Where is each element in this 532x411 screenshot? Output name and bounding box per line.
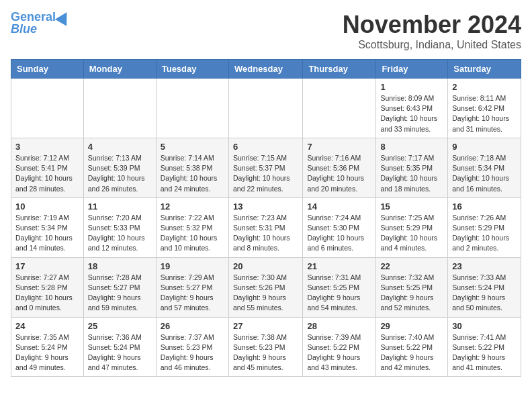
day-info: Sunrise: 7:36 AMSunset: 5:24 PMDaylight:… bbox=[88, 332, 152, 373]
calendar-header-row: SundayMondayTuesdayWednesdayThursdayFrid… bbox=[11, 60, 521, 79]
calendar-day-cell: 15Sunrise: 7:25 AMSunset: 5:29 PMDayligh… bbox=[376, 197, 448, 257]
day-number: 10 bbox=[15, 201, 79, 212]
day-number: 28 bbox=[307, 321, 371, 331]
day-number: 26 bbox=[161, 321, 224, 331]
day-info: Sunrise: 7:15 AMSunset: 5:37 PMDaylight:… bbox=[233, 153, 298, 194]
day-number: 1 bbox=[380, 82, 443, 92]
calendar-day-cell: 10Sunrise: 7:19 AMSunset: 5:34 PMDayligh… bbox=[11, 197, 84, 257]
calendar-week-row: 1Sunrise: 8:09 AMSunset: 6:43 PMDaylight… bbox=[11, 79, 521, 138]
calendar-day-cell: 26Sunrise: 7:37 AMSunset: 5:23 PMDayligh… bbox=[156, 317, 228, 377]
weekday-header: Tuesday bbox=[156, 60, 228, 79]
logo: General Blue bbox=[11, 11, 71, 36]
day-number: 21 bbox=[307, 261, 371, 271]
day-info: Sunrise: 7:39 AMSunset: 5:22 PMDaylight:… bbox=[307, 332, 371, 373]
day-info: Sunrise: 7:37 AMSunset: 5:23 PMDaylight:… bbox=[161, 332, 224, 373]
day-info: Sunrise: 7:35 AMSunset: 5:24 PMDaylight:… bbox=[15, 332, 79, 373]
day-info: Sunrise: 7:31 AMSunset: 5:25 PMDaylight:… bbox=[307, 273, 371, 314]
day-info: Sunrise: 7:17 AMSunset: 5:35 PMDaylight:… bbox=[380, 153, 443, 194]
calendar-week-row: 24Sunrise: 7:35 AMSunset: 5:24 PMDayligh… bbox=[11, 317, 521, 377]
calendar-table: SundayMondayTuesdayWednesdayThursdayFrid… bbox=[11, 59, 521, 377]
day-info: Sunrise: 7:27 AMSunset: 5:28 PMDaylight:… bbox=[15, 273, 79, 314]
day-number: 5 bbox=[161, 142, 224, 152]
page-header: General Blue November 2024 Scottsburg, I… bbox=[11, 11, 521, 51]
calendar-day-cell: 30Sunrise: 7:41 AMSunset: 5:22 PMDayligh… bbox=[448, 317, 521, 377]
day-info: Sunrise: 7:38 AMSunset: 5:23 PMDaylight:… bbox=[233, 332, 298, 373]
calendar-day-cell bbox=[83, 79, 156, 138]
day-number: 4 bbox=[88, 142, 152, 152]
calendar-day-cell: 17Sunrise: 7:27 AMSunset: 5:28 PMDayligh… bbox=[11, 257, 84, 317]
day-number: 30 bbox=[452, 321, 517, 331]
weekday-header: Saturday bbox=[448, 60, 521, 79]
day-info: Sunrise: 7:40 AMSunset: 5:22 PMDaylight:… bbox=[380, 332, 443, 373]
day-number: 29 bbox=[380, 321, 443, 331]
day-number: 25 bbox=[88, 321, 152, 331]
calendar-day-cell: 1Sunrise: 8:09 AMSunset: 6:43 PMDaylight… bbox=[376, 79, 448, 138]
day-info: Sunrise: 8:09 AMSunset: 6:43 PMDaylight:… bbox=[380, 93, 443, 134]
day-number: 27 bbox=[233, 321, 298, 331]
day-info: Sunrise: 7:23 AMSunset: 5:31 PMDaylight:… bbox=[233, 213, 298, 254]
calendar-day-cell: 24Sunrise: 7:35 AMSunset: 5:24 PMDayligh… bbox=[11, 317, 84, 377]
day-info: Sunrise: 7:19 AMSunset: 5:34 PMDaylight:… bbox=[15, 213, 79, 254]
weekday-header: Wednesday bbox=[228, 60, 302, 79]
day-number: 23 bbox=[452, 261, 517, 271]
calendar-day-cell: 22Sunrise: 7:32 AMSunset: 5:25 PMDayligh… bbox=[376, 257, 448, 317]
day-info: Sunrise: 7:24 AMSunset: 5:30 PMDaylight:… bbox=[307, 213, 371, 254]
calendar-day-cell: 20Sunrise: 7:30 AMSunset: 5:26 PMDayligh… bbox=[228, 257, 302, 317]
day-number: 7 bbox=[307, 142, 371, 152]
calendar-week-row: 17Sunrise: 7:27 AMSunset: 5:28 PMDayligh… bbox=[11, 257, 521, 317]
calendar-day-cell: 28Sunrise: 7:39 AMSunset: 5:22 PMDayligh… bbox=[303, 317, 376, 377]
calendar-day-cell: 7Sunrise: 7:16 AMSunset: 5:36 PMDaylight… bbox=[303, 138, 376, 197]
calendar-day-cell: 8Sunrise: 7:17 AMSunset: 5:35 PMDaylight… bbox=[376, 138, 448, 197]
day-info: Sunrise: 7:30 AMSunset: 5:26 PMDaylight:… bbox=[233, 273, 298, 314]
day-number: 13 bbox=[233, 201, 298, 212]
calendar-day-cell: 9Sunrise: 7:18 AMSunset: 5:34 PMDaylight… bbox=[448, 138, 521, 197]
calendar-day-cell bbox=[228, 79, 302, 138]
day-number: 20 bbox=[233, 261, 298, 271]
calendar-day-cell: 2Sunrise: 8:11 AMSunset: 6:42 PMDaylight… bbox=[448, 79, 521, 138]
day-info: Sunrise: 7:25 AMSunset: 5:29 PMDaylight:… bbox=[380, 213, 443, 254]
day-info: Sunrise: 8:11 AMSunset: 6:42 PMDaylight:… bbox=[452, 93, 517, 134]
logo-general: General bbox=[11, 10, 56, 24]
day-number: 18 bbox=[88, 261, 152, 271]
calendar-subtitle: Scottsburg, Indiana, United States bbox=[343, 39, 521, 51]
logo-triangle-icon bbox=[55, 9, 73, 26]
calendar-day-cell: 5Sunrise: 7:14 AMSunset: 5:38 PMDaylight… bbox=[156, 138, 228, 197]
calendar-day-cell bbox=[156, 79, 228, 138]
calendar-day-cell: 6Sunrise: 7:15 AMSunset: 5:37 PMDaylight… bbox=[228, 138, 302, 197]
day-info: Sunrise: 7:26 AMSunset: 5:29 PMDaylight:… bbox=[452, 213, 517, 254]
day-number: 24 bbox=[15, 321, 79, 331]
calendar-day-cell bbox=[11, 79, 84, 138]
weekday-header: Monday bbox=[83, 60, 156, 79]
day-number: 11 bbox=[88, 201, 152, 212]
calendar-day-cell: 12Sunrise: 7:22 AMSunset: 5:32 PMDayligh… bbox=[156, 197, 228, 257]
logo-blue: Blue bbox=[11, 23, 37, 36]
day-info: Sunrise: 7:14 AMSunset: 5:38 PMDaylight:… bbox=[161, 153, 224, 194]
day-number: 15 bbox=[380, 201, 443, 212]
day-number: 8 bbox=[380, 142, 443, 152]
title-block: November 2024 Scottsburg, Indiana, Unite… bbox=[343, 11, 521, 51]
calendar-day-cell: 27Sunrise: 7:38 AMSunset: 5:23 PMDayligh… bbox=[228, 317, 302, 377]
calendar-day-cell: 4Sunrise: 7:13 AMSunset: 5:39 PMDaylight… bbox=[83, 138, 156, 197]
weekday-header: Thursday bbox=[303, 60, 376, 79]
calendar-day-cell: 19Sunrise: 7:29 AMSunset: 5:27 PMDayligh… bbox=[156, 257, 228, 317]
day-info: Sunrise: 7:28 AMSunset: 5:27 PMDaylight:… bbox=[88, 273, 152, 314]
day-number: 16 bbox=[452, 201, 517, 212]
day-number: 22 bbox=[380, 261, 443, 271]
day-info: Sunrise: 7:18 AMSunset: 5:34 PMDaylight:… bbox=[452, 153, 517, 194]
calendar-day-cell: 16Sunrise: 7:26 AMSunset: 5:29 PMDayligh… bbox=[448, 197, 521, 257]
calendar-day-cell: 18Sunrise: 7:28 AMSunset: 5:27 PMDayligh… bbox=[83, 257, 156, 317]
day-info: Sunrise: 7:22 AMSunset: 5:32 PMDaylight:… bbox=[161, 213, 224, 254]
day-number: 19 bbox=[161, 261, 224, 271]
day-number: 3 bbox=[15, 142, 79, 152]
calendar-day-cell: 3Sunrise: 7:12 AMSunset: 5:41 PMDaylight… bbox=[11, 138, 84, 197]
day-number: 14 bbox=[307, 201, 371, 212]
weekday-header: Sunday bbox=[11, 60, 84, 79]
calendar-day-cell: 13Sunrise: 7:23 AMSunset: 5:31 PMDayligh… bbox=[228, 197, 302, 257]
calendar-day-cell: 29Sunrise: 7:40 AMSunset: 5:22 PMDayligh… bbox=[376, 317, 448, 377]
day-number: 2 bbox=[452, 82, 517, 92]
calendar-day-cell: 25Sunrise: 7:36 AMSunset: 5:24 PMDayligh… bbox=[83, 317, 156, 377]
day-info: Sunrise: 7:41 AMSunset: 5:22 PMDaylight:… bbox=[452, 332, 517, 373]
day-info: Sunrise: 7:20 AMSunset: 5:33 PMDaylight:… bbox=[88, 213, 152, 254]
day-number: 17 bbox=[15, 261, 79, 271]
day-number: 6 bbox=[233, 142, 298, 152]
